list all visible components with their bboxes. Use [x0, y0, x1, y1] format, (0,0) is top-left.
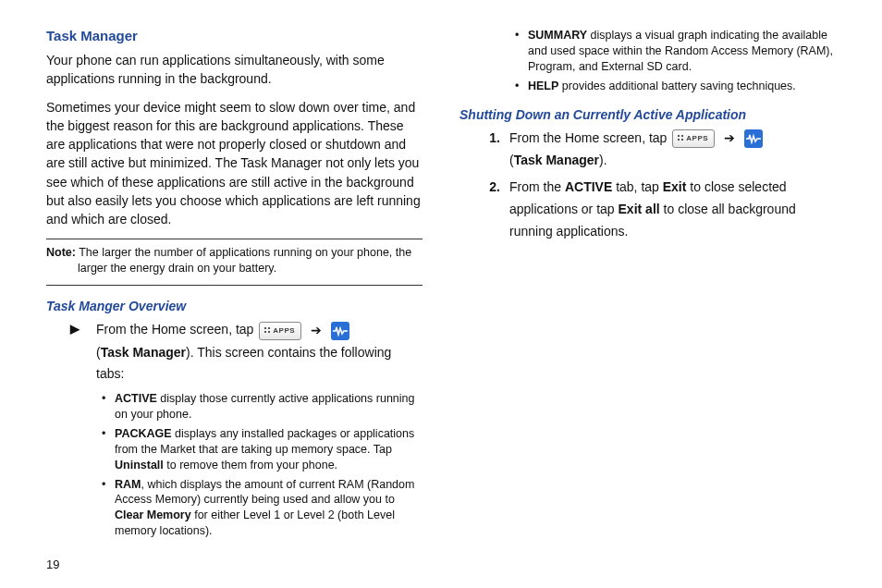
note-label: Note:	[46, 246, 76, 259]
intro-paragraph-1: Your phone can run applications simultan…	[46, 51, 423, 89]
shutdown-step-1: 1. From the Home screen, tap ➔ (Task Man…	[484, 128, 836, 172]
task-manager-icon	[331, 322, 349, 340]
bullet-bold: RAM	[115, 478, 141, 491]
bullet-text: display those currently active applicati…	[115, 392, 414, 421]
arrow-right-icon: ➔	[724, 128, 735, 150]
shutdown-heading: Shutting Down an Currently Active Applic…	[459, 107, 836, 122]
note-text: The larger the number of applications ru…	[78, 246, 411, 275]
bullet-text: , which displays the amount of current R…	[115, 478, 414, 507]
apps-icon	[672, 129, 715, 148]
bullet-bold2: Uninstall	[115, 459, 164, 472]
intro-paragraph-2: Sometimes your device might seem to slow…	[46, 98, 423, 229]
section-heading: Task Manager	[46, 28, 423, 43]
exit-bold: Exit	[663, 179, 687, 194]
step2-mid1: tab, tap	[612, 179, 662, 194]
divider	[46, 239, 423, 239]
task-manager-bold: Task Manager	[514, 153, 599, 167]
divider	[46, 285, 423, 286]
exit-all-bold: Exit all	[619, 202, 660, 216]
bullet-ram: • RAM, which displays the amount of curr…	[102, 477, 423, 540]
bullet-help: • HELP provides additional battery savin…	[515, 79, 836, 94]
active-bold: ACTIVE	[565, 179, 612, 194]
bullet-text: provides additional battery saving techn…	[558, 80, 795, 92]
step1-line2-post: ).	[599, 153, 607, 167]
overview-heading: Task Manger Overview	[46, 299, 423, 313]
step2-pre: From the	[509, 179, 565, 194]
bullet-bold2: Clear Memory	[115, 508, 191, 521]
bullet-bold: ACTIVE	[115, 392, 157, 405]
step-number: 1.	[484, 128, 500, 150]
note: Note: The larger the number of applicati…	[46, 245, 423, 276]
bullet-text2: to remove them from your phone.	[164, 459, 337, 472]
apps-icon	[259, 322, 301, 340]
bullet-active: • ACTIVE display those currently active …	[102, 391, 423, 423]
page-number: 19	[46, 557, 59, 571]
bullet-bold: HELP	[528, 80, 558, 92]
overview-text-a: From the Home screen, tap	[96, 322, 257, 337]
bullet-bold: PACKAGE	[115, 427, 172, 440]
list-arrow-icon: ▶	[70, 319, 87, 339]
bullet-summary: • SUMMARY displays a visual graph indica…	[515, 28, 836, 75]
bullet-bold: SUMMARY	[528, 29, 587, 42]
step1-pre: From the Home screen, tap	[509, 130, 670, 145]
shutdown-step-2: 2. From the ACTIVE tab, tap Exit to clos…	[484, 177, 836, 242]
bullet-package: • PACKAGE displays any installed package…	[102, 426, 423, 473]
overview-step: ▶ From the Home screen, tap ➔ (Task Mana…	[70, 319, 423, 386]
step-number: 2.	[484, 177, 500, 199]
arrow-right-icon: ➔	[311, 320, 322, 342]
task-manager-icon	[744, 129, 763, 148]
task-manager-bold: Task Manager	[101, 345, 186, 360]
